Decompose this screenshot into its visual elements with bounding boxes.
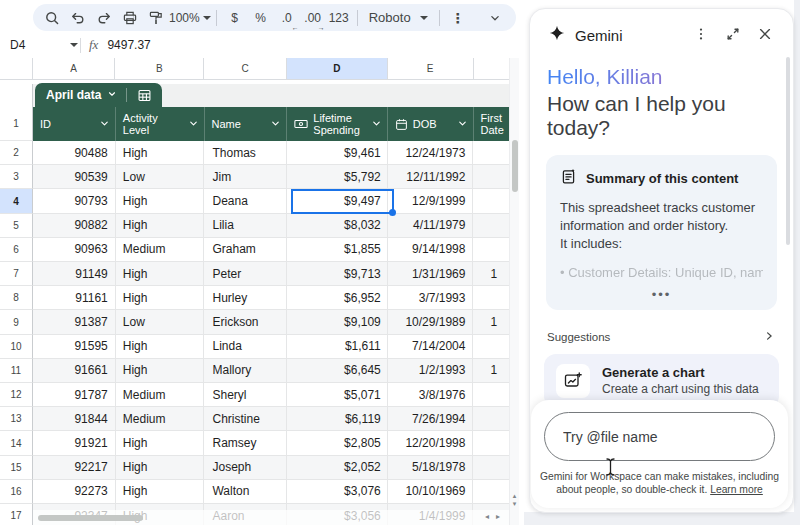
cell[interactable]: 10/29/1989 <box>388 310 474 334</box>
cell[interactable]: 10/10/1969 <box>388 480 474 504</box>
cell[interactable]: 4/11/1979 <box>388 214 474 238</box>
scroll-right-arrow[interactable]: ▸ <box>496 512 500 521</box>
cell[interactable]: 92217 <box>33 456 116 480</box>
cell[interactable]: 1/2/1993 <box>388 359 474 383</box>
cell[interactable]: Jim <box>204 165 287 189</box>
cell[interactable]: $3,076 <box>287 480 387 504</box>
row-header-13[interactable]: 13 <box>0 407 33 431</box>
chevron-down-icon[interactable] <box>371 118 382 131</box>
cell[interactable]: 92273 <box>33 480 116 504</box>
chevron-down-icon[interactable] <box>270 118 281 131</box>
vertical-scrollbar-track[interactable]: ▴▾ <box>509 58 519 525</box>
cell[interactable]: High <box>116 359 205 383</box>
cell[interactable]: Medium <box>116 238 205 262</box>
column-header-E[interactable]: E <box>388 58 474 80</box>
cell[interactable]: High <box>116 286 205 310</box>
paint-format-button[interactable] <box>143 6 169 30</box>
table-column-activity-level[interactable]: Activity Level <box>116 107 205 141</box>
cell[interactable]: 1/31/1969 <box>388 262 474 286</box>
row-header-10[interactable]: 10 <box>0 335 33 359</box>
scroll-left-arrow[interactable]: ◂ <box>485 512 489 521</box>
cell[interactable]: 3/7/1993 <box>388 286 474 310</box>
scroll-down-arrow[interactable]: ▾ <box>513 500 517 507</box>
cell[interactable]: Joseph <box>204 456 287 480</box>
row-header-4[interactable]: 4 <box>0 189 33 213</box>
cell[interactable]: Sheryl <box>204 383 287 407</box>
cell[interactable]: Low <box>116 165 205 189</box>
column-header-D[interactable]: D <box>287 58 388 80</box>
cell[interactable]: 7/14/2004 <box>388 335 474 359</box>
cell[interactable]: 91149 <box>33 262 116 286</box>
cell[interactable]: High <box>116 189 205 213</box>
undo-button[interactable] <box>65 6 91 30</box>
scroll-up-arrow[interactable]: ▴ <box>513 492 517 499</box>
table-grid-icon[interactable] <box>127 83 162 107</box>
cell[interactable]: 91921 <box>33 431 116 455</box>
chevron-down-icon[interactable] <box>457 118 468 131</box>
cell[interactable]: $1,611 <box>287 335 387 359</box>
cell[interactable]: 12/11/1992 <box>388 165 474 189</box>
cell[interactable]: Mallory <box>204 359 287 383</box>
cell[interactable]: 90539 <box>33 165 116 189</box>
cell[interactable]: High <box>116 431 205 455</box>
cell[interactable]: $9,109 <box>287 310 387 334</box>
cell[interactable]: $6,952 <box>287 286 387 310</box>
table-column-name[interactable]: Name <box>205 107 288 141</box>
column-header-A[interactable]: A <box>33 58 116 80</box>
cell[interactable]: High <box>116 214 205 238</box>
panel-menu-button[interactable] <box>689 23 713 47</box>
search-button[interactable] <box>39 6 65 30</box>
cell[interactable]: High <box>116 262 205 286</box>
cell[interactable]: 9/14/1998 <box>388 238 474 262</box>
collapse-toolbar-button[interactable] <box>482 6 508 30</box>
table-column-id[interactable]: ID <box>33 107 116 141</box>
cell[interactable]: Walton <box>204 480 287 504</box>
cell[interactable]: 5/18/1978 <box>388 456 474 480</box>
cell[interactable]: 3/8/1976 <box>388 383 474 407</box>
cell[interactable]: $6,645 <box>287 359 387 383</box>
increase-decimal-button[interactable]: .00→ <box>300 6 326 30</box>
row-header-16[interactable]: 16 <box>0 480 33 504</box>
row-header-9[interactable]: 9 <box>0 310 33 334</box>
cell[interactable]: High <box>116 480 205 504</box>
row-header-7[interactable]: 7 <box>0 262 33 286</box>
cell[interactable]: Low <box>116 310 205 334</box>
cell[interactable]: 91595 <box>33 335 116 359</box>
cell[interactable]: High <box>116 456 205 480</box>
row-header-6[interactable]: 6 <box>0 238 33 262</box>
cell[interactable]: Medium <box>116 383 205 407</box>
cell[interactable]: 91844 <box>33 407 116 431</box>
cell[interactable]: 90488 <box>33 141 116 165</box>
cell[interactable]: $9,713 <box>287 262 387 286</box>
gemini-prompt-input[interactable] <box>544 412 775 461</box>
cell[interactable]: Medium <box>116 407 205 431</box>
cell[interactable]: Christine <box>204 407 287 431</box>
cell[interactable]: High <box>116 335 205 359</box>
cell[interactable]: 91787 <box>33 383 116 407</box>
row-header-5[interactable]: 5 <box>0 214 33 238</box>
table-column-dob[interactable]: DOB <box>388 107 474 141</box>
number-format-button[interactable]: 123 <box>326 6 352 30</box>
row-header-15[interactable]: 15 <box>0 456 33 480</box>
print-button[interactable] <box>117 6 143 30</box>
table-chip[interactable]: April data <box>35 83 162 107</box>
cell[interactable]: High <box>116 141 205 165</box>
row-header-17[interactable]: 17 <box>0 504 33 525</box>
chevron-right-icon[interactable] <box>762 329 776 345</box>
select-all-corner[interactable] <box>0 58 33 80</box>
cell[interactable]: Hurley <box>204 286 287 310</box>
font-select[interactable]: Roboto <box>363 6 434 30</box>
column-header-B[interactable]: B <box>115 58 204 80</box>
cell[interactable]: $1,855 <box>287 238 387 262</box>
cell[interactable]: 12/20/1998 <box>388 431 474 455</box>
close-panel-button[interactable] <box>753 23 777 47</box>
more-toolbar-button[interactable]: ⋮ <box>445 6 471 30</box>
vertical-scrollbar[interactable] <box>512 140 518 192</box>
chevron-down-icon[interactable] <box>188 118 199 131</box>
cell[interactable]: 12/24/1973 <box>388 141 474 165</box>
zoom-select[interactable]: 100% <box>169 6 211 30</box>
name-box[interactable]: D4 <box>0 32 78 58</box>
cell[interactable]: $2,052 <box>287 456 387 480</box>
cell[interactable]: Erickson <box>204 310 287 334</box>
cell[interactable]: $2,805 <box>287 431 387 455</box>
